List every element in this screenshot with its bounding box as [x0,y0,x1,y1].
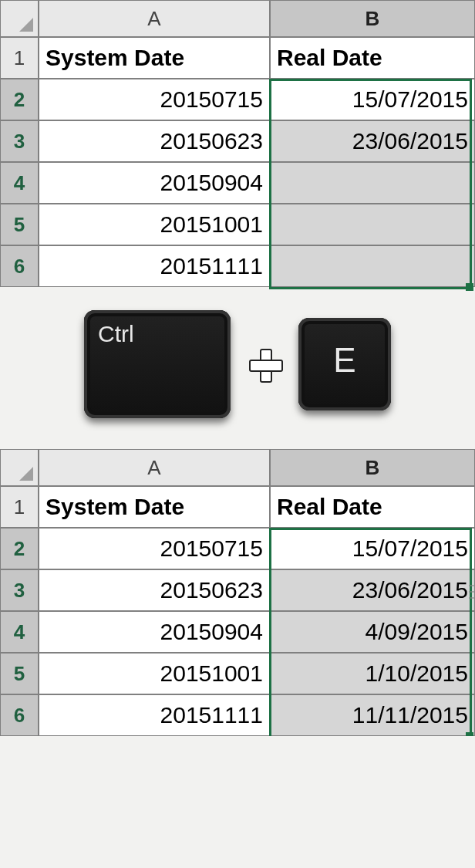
cell-A4[interactable]: 20150904 [39,162,270,204]
select-all-corner[interactable] [0,0,39,37]
cell-B6[interactable] [270,245,475,287]
cell-A1[interactable]: System Date [39,37,270,79]
row-header-2[interactable]: 2 [0,79,39,120]
cell-B2[interactable]: 15/07/2015 [270,79,475,120]
cell-A3[interactable]: 20150623 [39,120,270,162]
row-header-3[interactable]: 3 [0,120,39,162]
row-header-5[interactable]: 5 [0,653,39,694]
cell-B3[interactable]: 23/06/2015 [270,120,475,162]
cell-A2[interactable]: 20150715 [39,79,270,120]
ctrl-key-label: Ctrl [98,321,134,347]
keyboard-shortcut: Ctrl E [0,287,475,449]
column-header-row: A B [0,0,475,37]
cell-B4[interactable] [270,162,475,204]
row-6: 6 20151111 11/11/2015 [0,694,475,736]
cell-A2[interactable]: 20150715 [39,528,270,569]
row-header-6[interactable]: 6 [0,245,39,287]
row-3: 3 20150623 23/06/2015 [0,120,475,162]
col-header-A[interactable]: A [39,0,270,37]
row-header-4[interactable]: 4 [0,162,39,204]
row-4: 4 20150904 [0,162,475,204]
cell-A5[interactable]: 20151001 [39,653,270,694]
cell-B2[interactable]: 15/07/2015 [270,528,475,569]
e-key-icon: E [298,318,391,410]
ctrl-key-icon: Ctrl [84,310,231,418]
row-3: 3 20150623 23/06/2015 [0,569,475,611]
cell-B6[interactable]: 11/11/2015 [270,694,475,736]
grid-top[interactable]: A B 1 System Date Real Date 2 20150715 1… [0,0,475,287]
row-header-1[interactable]: 1 [0,37,39,79]
col-header-B[interactable]: B [270,449,475,486]
row-1: 1 System Date Real Date [0,37,475,79]
row-4: 4 20150904 4/09/2015 [0,611,475,653]
spreadsheet-after: A B 1 System Date Real Date 2 20150715 1… [0,449,475,736]
cell-B1[interactable]: Real Date [270,37,475,79]
row-header-3[interactable]: 3 [0,569,39,611]
flash-fill-options-icon[interactable] [469,571,475,613]
select-all-corner[interactable] [0,449,39,486]
cell-A6[interactable]: 20151111 [39,694,270,736]
spreadsheet-before: A B 1 System Date Real Date 2 20150715 1… [0,0,475,287]
col-header-A[interactable]: A [39,449,270,486]
row-5: 5 20151001 [0,204,475,245]
row-1: 1 System Date Real Date [0,486,475,528]
row-2: 2 20150715 15/07/2015 [0,528,475,569]
column-header-row: A B [0,449,475,486]
cell-A5[interactable]: 20151001 [39,204,270,245]
grid-bottom[interactable]: A B 1 System Date Real Date 2 20150715 1… [0,449,475,736]
cell-B3[interactable]: 23/06/2015 [270,569,475,611]
cell-A6[interactable]: 20151111 [39,245,270,287]
row-header-4[interactable]: 4 [0,611,39,653]
cell-A4[interactable]: 20150904 [39,611,270,653]
plus-icon [249,349,280,380]
row-5: 5 20151001 1/10/2015 [0,653,475,694]
row-header-6[interactable]: 6 [0,694,39,736]
cell-B5[interactable]: 1/10/2015 [270,653,475,694]
cell-B4[interactable]: 4/09/2015 [270,611,475,653]
cell-B5[interactable] [270,204,475,245]
row-2: 2 20150715 15/07/2015 [0,79,475,120]
row-6: 6 20151111 [0,245,475,287]
cell-B1[interactable]: Real Date [270,486,475,528]
cell-A3[interactable]: 20150623 [39,569,270,611]
cell-A1[interactable]: System Date [39,486,270,528]
row-header-5[interactable]: 5 [0,204,39,245]
row-header-2[interactable]: 2 [0,528,39,569]
e-key-label: E [333,341,355,380]
col-header-B[interactable]: B [270,0,475,37]
row-header-1[interactable]: 1 [0,486,39,528]
